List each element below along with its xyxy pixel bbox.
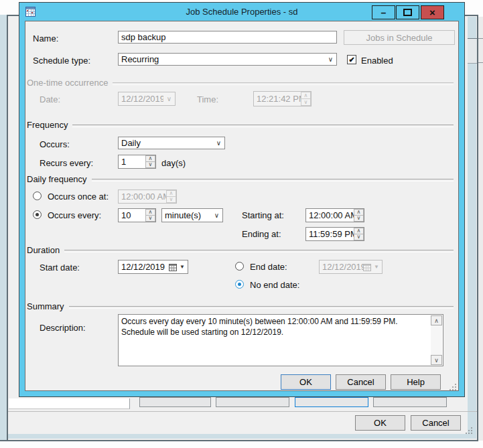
one-time-occurrence-header: One-time occurrence [27,78,454,88]
ending-at-value: 11:59:59 PM [306,229,354,239]
cancel-button[interactable]: Cancel [336,374,386,390]
chevron-down-icon: ∨ [325,56,336,63]
start-date-label: Start date: [40,263,80,273]
description-label: Description: [40,323,86,333]
dialog-content: Name: sdp backup Jobs in Schedule Schedu… [25,21,459,391]
end-date-label: End date: [250,262,287,272]
parent-hidden-button-2[interactable] [216,397,289,407]
time-spinner[interactable]: 12:21:42 PM ∧ ∨ [253,91,312,106]
background-window-line [478,62,483,63]
date-select[interactable]: 12/12/2019 ∨ [118,92,176,106]
occurs-select[interactable]: Daily ∨ [118,137,225,149]
occurs-every-label: Occurs every: [48,210,101,220]
date-label: Date: [40,94,60,104]
group-rule [113,82,454,85]
spin-down-icon[interactable]: ∨ [354,234,364,240]
duration-header: Duration [27,245,454,255]
starting-at-value: 12:00:00 AM [306,210,354,220]
description-text: Occurs every day every 10 minute(s) betw… [121,316,428,338]
frequency-title: Frequency [27,120,68,130]
vertical-scrollbar[interactable]: ∧ ∨ [431,315,442,365]
parent-window-border-left [0,15,8,440]
occurs-once-label: Occurs once at: [48,192,109,202]
parent-panel-divider [8,411,477,412]
parent-resize-grip[interactable] [465,427,474,435]
spin-down-icon[interactable]: ∨ [301,98,311,106]
scroll-down-icon[interactable]: ∨ [431,355,442,365]
date-value: 12/12/2019 [119,94,163,104]
spin-buttons[interactable]: ∧ ∨ [145,209,155,222]
parent-hidden-button-4[interactable] [373,397,447,407]
time-label: Time: [197,94,218,104]
spin-buttons[interactable]: ∧ ∨ [354,209,364,222]
end-date-value: 12/12/2019 [320,262,363,272]
enabled-label: Enabled [361,56,393,66]
group-rule [72,125,454,127]
occurs-every-radio[interactable] [33,210,42,219]
schedule-type-value: Recurring [119,54,325,64]
scroll-up-icon[interactable]: ∧ [431,315,442,325]
spin-down-icon[interactable]: ∨ [145,161,155,168]
close-button[interactable]: × [421,5,444,19]
spin-buttons[interactable]: ∧ ∨ [301,92,311,106]
background-window-line [478,38,483,39]
dropdown-arrow-icon: ▼ [371,264,382,270]
dropdown-arrow-icon: ▼ [177,264,188,270]
group-rule [69,306,454,309]
starting-at-spinner[interactable]: 12:00:00 AM ∧ ∨ [305,208,364,222]
minutes-unit-value: minute(s) [162,210,211,220]
parent-hidden-button-1[interactable] [139,397,211,407]
ending-at-label: Ending at: [242,229,281,239]
help-button[interactable]: Help [391,374,441,390]
spin-down-icon[interactable]: ∨ [145,215,155,222]
parent-list-fragment [9,398,130,409]
chevron-down-icon: ∨ [213,139,224,147]
enabled-checkbox[interactable]: ✔ [347,55,356,64]
minimize-button[interactable]: – [372,5,395,19]
spin-buttons[interactable]: ∧ ∨ [145,155,155,168]
no-end-date-radio[interactable] [235,280,244,289]
one-time-occurrence-title: One-time occurrence [27,78,108,88]
group-rule [64,250,454,252]
start-date-picker[interactable]: 12/12/2019 ▼ [118,260,188,274]
maximize-button[interactable] [396,5,419,19]
occurs-every-value: 10 [119,210,145,220]
duration-title: Duration [27,245,60,255]
parent-hidden-button-3[interactable] [295,397,368,407]
days-unit-label: day(s) [161,158,186,168]
scrollbar-track[interactable] [431,325,442,355]
jobs-in-schedule-button[interactable]: Jobs in Schedule [344,30,455,45]
dialog-resize-grip[interactable] [450,384,458,392]
time-value: 12:21:42 PM [254,94,301,104]
summary-header: Summary [27,301,454,311]
name-label: Name: [33,33,58,44]
parent-window-border-right [468,17,476,438]
spin-down-icon[interactable]: ∨ [166,196,176,203]
occurs-once-radio[interactable] [33,192,42,200]
titlebar[interactable]: Job Schedule Properties - sd – × [19,3,464,21]
starting-at-label: Starting at: [242,210,284,220]
occurs-once-time-spinner[interactable]: 12:00:00 AM ∧ ∨ [118,190,177,204]
spin-buttons[interactable]: ∧ ∨ [166,190,176,203]
no-end-date-label: No end date: [250,280,299,290]
recurs-every-spinner[interactable]: 1 ∧ ∨ [118,155,156,169]
spin-buttons[interactable]: ∧ ∨ [354,228,364,240]
name-input[interactable]: sdp backup [118,31,337,44]
ending-at-spinner[interactable]: 11:59:59 PM ∧ ∨ [305,227,364,241]
schedule-type-select[interactable]: Recurring ∨ [118,53,337,66]
calendar-icon [363,263,371,271]
frequency-header: Frequency [27,120,454,130]
occurs-value: Daily [119,138,213,148]
parent-ok-button[interactable]: OK [355,415,405,431]
end-date-picker[interactable]: 12/12/2019 ▼ [319,260,383,274]
spin-down-icon[interactable]: ∨ [354,215,364,222]
background-window-edge [478,17,483,441]
occurs-every-spinner[interactable]: 10 ∧ ∨ [118,208,156,222]
end-date-radio[interactable] [235,262,244,271]
ok-button[interactable]: OK [281,374,331,390]
maximize-icon [403,9,412,16]
minutes-unit-select[interactable]: minute(s) ∨ [161,208,223,222]
parent-cancel-button[interactable]: Cancel [411,415,461,431]
chevron-down-icon: ∨ [211,212,222,219]
description-textarea[interactable]: Occurs every day every 10 minute(s) betw… [118,314,443,366]
